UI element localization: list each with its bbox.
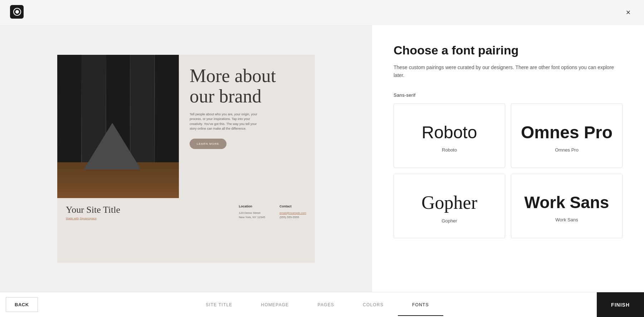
- preview-headline: More about our brand: [190, 66, 304, 106]
- font-sub-omnes: Omnes Pro: [555, 147, 579, 153]
- preview-cta-button: LEARN MORE: [190, 139, 226, 149]
- font-display-worksans: Work Sans: [525, 193, 609, 212]
- preview-hero: More about our brand Tell people about w…: [57, 55, 315, 198]
- section-label: Sans-serif: [394, 92, 623, 98]
- font-display-gopher: Gopher: [421, 192, 477, 213]
- back-button[interactable]: BACK: [6, 297, 38, 312]
- close-button[interactable]: ×: [623, 7, 634, 18]
- nav-step-site-title[interactable]: SITE TITLE: [191, 302, 247, 307]
- pyramid-shape: [84, 123, 141, 169]
- preview-body-text: Tell people about who you are, your orig…: [190, 112, 261, 131]
- finish-button[interactable]: FINISH: [597, 292, 644, 317]
- nav-step-colors[interactable]: COLORS: [348, 302, 398, 307]
- preview-site-info: Your Site Title Made with Squarespace: [66, 205, 120, 220]
- site-preview: More about our brand Tell people about w…: [57, 55, 315, 263]
- font-card-gopher[interactable]: Gopher Gopher: [394, 174, 505, 238]
- preview-contact-col: Contact email@example.com (555) 555-5555: [279, 205, 306, 220]
- preview-location-col: Location 123 Demo Street New York, NY 12…: [239, 205, 265, 220]
- preview-image-block: [57, 55, 179, 198]
- preview-site-title: Your Site Title: [66, 205, 120, 215]
- font-grid: Roboto Roboto Omnes Pro Omnes Pro Gopher…: [394, 104, 623, 238]
- font-display-roboto: Roboto: [422, 123, 477, 142]
- preview-footer: Your Site Title Made with Squarespace Lo…: [57, 198, 315, 227]
- font-card-work-sans[interactable]: Work Sans Work Sans: [511, 174, 623, 238]
- nav-step-pages[interactable]: PAGES: [303, 302, 348, 307]
- font-sub-gopher: Gopher: [441, 218, 457, 224]
- preview-panel: More about our brand Tell people about w…: [0, 25, 372, 292]
- nav-step-fonts[interactable]: FONTS: [398, 302, 443, 307]
- right-panel: Choose a font pairing These custom pairi…: [372, 25, 644, 292]
- panel-subtitle: These custom pairings were curated by ou…: [394, 63, 623, 80]
- preview-contact-cols: Location 123 Demo Street New York, NY 12…: [239, 205, 307, 220]
- bottom-nav: BACK SITE TITLE HOMEPAGE PAGES COLORS FO…: [0, 292, 644, 317]
- squarespace-logo: [10, 5, 24, 20]
- nav-step-homepage[interactable]: HOMEPAGE: [247, 302, 303, 307]
- font-sub-worksans: Work Sans: [555, 217, 578, 222]
- font-sub-roboto: Roboto: [442, 147, 457, 153]
- preview-made-with: Made with Squarespace: [66, 217, 120, 220]
- font-card-omnes-pro[interactable]: Omnes Pro Omnes Pro: [511, 104, 623, 168]
- preview-text-block: More about our brand Tell people about w…: [179, 55, 315, 198]
- main-content: More about our brand Tell people about w…: [0, 25, 644, 292]
- nav-steps: SITE TITLE HOMEPAGE PAGES COLORS FONTS: [38, 302, 597, 307]
- font-display-omnes: Omnes Pro: [521, 123, 613, 142]
- font-card-roboto[interactable]: Roboto Roboto: [394, 104, 505, 168]
- panel-title: Choose a font pairing: [394, 43, 623, 58]
- pyramid-image: [57, 55, 179, 198]
- header: ×: [0, 0, 644, 25]
